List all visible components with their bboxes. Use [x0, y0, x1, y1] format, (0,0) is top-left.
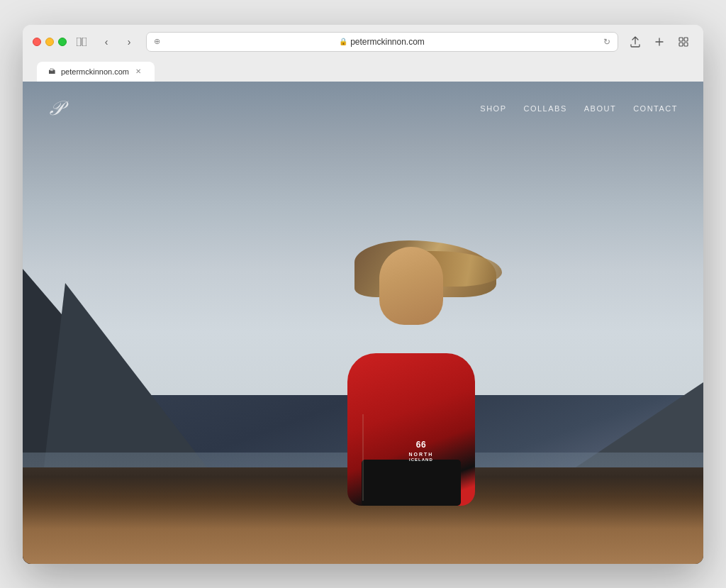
hero-image: 66 NORTH ICELAND 𝒫 SHOP COLLABS ABOUT CO…	[23, 82, 703, 564]
tab-favicon: 🏔	[48, 67, 57, 76]
grid-view-button[interactable]	[674, 34, 693, 50]
svg-rect-3	[684, 38, 688, 41]
nav-link-shop[interactable]: SHOP	[480, 104, 506, 113]
person-jacket: 66 NORTH ICELAND	[347, 353, 475, 506]
mountain-left-2	[44, 283, 207, 467]
svg-rect-2	[679, 38, 683, 41]
close-button[interactable]	[33, 38, 41, 46]
svg-rect-5	[684, 43, 688, 46]
jacket-brand-text: 66 NORTH ICELAND	[409, 440, 434, 462]
svg-rect-1	[82, 38, 86, 46]
back-button[interactable]: ‹	[96, 34, 116, 50]
maximize-button[interactable]	[58, 38, 67, 46]
reload-button[interactable]: ↻	[603, 37, 610, 47]
shield-icon: ⊕	[154, 37, 160, 46]
address-bar[interactable]: ⊕ 🔒 petermckinnon.com ↻	[146, 32, 618, 52]
new-tab-button[interactable]	[649, 34, 669, 50]
svg-rect-0	[77, 38, 81, 46]
sidebar-toggle-button[interactable]	[74, 34, 89, 50]
website-content: 66 NORTH ICELAND 𝒫 SHOP COLLABS ABOUT CO…	[23, 82, 703, 564]
lock-icon: 🔒	[339, 38, 347, 45]
active-tab[interactable]: 🏔 petermckinnon.com ✕	[37, 62, 155, 82]
hero-person: 66 NORTH ICELAND	[291, 158, 532, 506]
browser-window: ‹ › ⊕ 🔒 petermckinnon.com ↻	[23, 25, 703, 564]
nav-buttons: ‹ ›	[96, 34, 139, 50]
share-button[interactable]	[625, 34, 645, 50]
person-body: 66 NORTH ICELAND	[340, 228, 482, 506]
traffic-lights	[33, 38, 67, 46]
nav-link-contact[interactable]: CONTACT	[633, 104, 678, 113]
svg-rect-4	[679, 43, 683, 46]
nav-link-about[interactable]: ABOUT	[584, 104, 616, 113]
forward-button[interactable]: ›	[119, 34, 139, 50]
minimize-button[interactable]	[45, 38, 54, 46]
site-logo[interactable]: 𝒫	[48, 97, 62, 121]
browser-top-bar: ‹ › ⊕ 🔒 petermckinnon.com ↻	[33, 32, 693, 52]
nav-links: SHOP COLLABS ABOUT CONTACT	[480, 104, 678, 113]
jacket-black-panel	[362, 460, 461, 506]
content-divider	[363, 414, 364, 501]
nav-link-collabs[interactable]: COLLABS	[523, 104, 566, 113]
tab-close-button[interactable]: ✕	[133, 67, 143, 77]
browser-actions	[625, 34, 693, 50]
url-display: 🔒 petermckinnon.com	[164, 37, 599, 47]
tab-bar: 🏔 petermckinnon.com ✕	[33, 59, 693, 82]
browser-chrome: ‹ › ⊕ 🔒 petermckinnon.com ↻	[23, 25, 703, 82]
site-navigation: 𝒫 SHOP COLLABS ABOUT CONTACT	[23, 82, 703, 136]
